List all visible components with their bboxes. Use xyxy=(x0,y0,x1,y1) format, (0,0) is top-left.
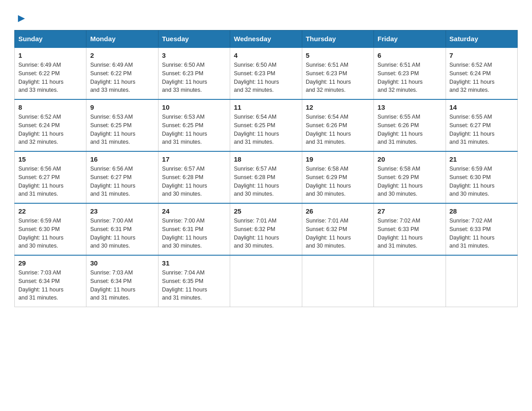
calendar-day-cell: 22 Sunrise: 6:59 AMSunset: 6:30 PMDaylig… xyxy=(15,203,86,255)
logo-blue: ► xyxy=(14,11,27,25)
calendar-day-cell: 9 Sunrise: 6:53 AMSunset: 6:25 PMDayligh… xyxy=(86,99,158,151)
calendar-day-cell: 14 Sunrise: 6:55 AMSunset: 6:27 PMDaylig… xyxy=(446,99,517,151)
day-number: 14 xyxy=(450,103,514,111)
day-info: Sunrise: 6:59 AMSunset: 6:30 PMDaylight:… xyxy=(450,166,495,197)
calendar-day-cell: 31 Sunrise: 7:04 AMSunset: 6:35 PMDaylig… xyxy=(158,255,230,307)
calendar-day-cell: 29 Sunrise: 7:03 AMSunset: 6:34 PMDaylig… xyxy=(15,255,86,307)
day-number: 23 xyxy=(90,207,154,215)
day-number: 20 xyxy=(378,155,442,163)
day-number: 27 xyxy=(378,207,442,215)
day-info: Sunrise: 6:53 AMSunset: 6:25 PMDaylight:… xyxy=(162,114,207,145)
day-info: Sunrise: 7:03 AMSunset: 6:34 PMDaylight:… xyxy=(90,270,135,301)
day-info: Sunrise: 7:01 AMSunset: 6:32 PMDaylight:… xyxy=(234,218,279,249)
day-info: Sunrise: 6:49 AMSunset: 6:22 PMDaylight:… xyxy=(18,62,64,93)
page-header: ► xyxy=(14,11,518,25)
day-info: Sunrise: 6:59 AMSunset: 6:30 PMDaylight:… xyxy=(18,218,64,249)
calendar-week-row: 29 Sunrise: 7:03 AMSunset: 6:34 PMDaylig… xyxy=(15,255,518,307)
calendar-day-cell: 28 Sunrise: 7:02 AMSunset: 6:33 PMDaylig… xyxy=(446,203,517,255)
calendar-day-cell: 26 Sunrise: 7:01 AMSunset: 6:32 PMDaylig… xyxy=(302,203,373,255)
calendar-day-cell: 16 Sunrise: 6:56 AMSunset: 6:27 PMDaylig… xyxy=(86,151,158,203)
calendar-day-cell: 12 Sunrise: 6:54 AMSunset: 6:26 PMDaylig… xyxy=(302,99,373,151)
day-number: 16 xyxy=(90,155,154,163)
day-info: Sunrise: 6:50 AMSunset: 6:23 PMDaylight:… xyxy=(162,62,207,93)
day-info: Sunrise: 6:53 AMSunset: 6:25 PMDaylight:… xyxy=(90,114,135,145)
day-number: 7 xyxy=(450,51,514,59)
weekday-header-thursday: Thursday xyxy=(302,30,373,48)
day-number: 15 xyxy=(18,155,82,163)
calendar-day-cell: 15 Sunrise: 6:56 AMSunset: 6:27 PMDaylig… xyxy=(15,151,86,203)
calendar-day-cell xyxy=(446,255,517,307)
weekday-header-row: SundayMondayTuesdayWednesdayThursdayFrid… xyxy=(15,30,518,48)
day-number: 22 xyxy=(18,207,82,215)
day-number: 11 xyxy=(234,103,298,111)
calendar-day-cell: 23 Sunrise: 7:00 AMSunset: 6:31 PMDaylig… xyxy=(86,203,158,255)
day-info: Sunrise: 7:00 AMSunset: 6:31 PMDaylight:… xyxy=(90,218,135,249)
day-number: 2 xyxy=(90,51,154,59)
calendar-day-cell: 25 Sunrise: 7:01 AMSunset: 6:32 PMDaylig… xyxy=(230,203,302,255)
calendar-day-cell: 8 Sunrise: 6:52 AMSunset: 6:24 PMDayligh… xyxy=(15,99,86,151)
day-number: 12 xyxy=(306,103,370,111)
day-info: Sunrise: 7:02 AMSunset: 6:33 PMDaylight:… xyxy=(450,218,495,249)
day-info: Sunrise: 6:58 AMSunset: 6:29 PMDaylight:… xyxy=(378,166,423,197)
calendar-day-cell: 24 Sunrise: 7:00 AMSunset: 6:31 PMDaylig… xyxy=(158,203,230,255)
calendar-day-cell: 18 Sunrise: 6:57 AMSunset: 6:28 PMDaylig… xyxy=(230,151,302,203)
calendar-day-cell: 19 Sunrise: 6:58 AMSunset: 6:29 PMDaylig… xyxy=(302,151,373,203)
day-info: Sunrise: 6:51 AMSunset: 6:23 PMDaylight:… xyxy=(306,62,351,93)
day-info: Sunrise: 7:02 AMSunset: 6:33 PMDaylight:… xyxy=(378,218,423,249)
day-info: Sunrise: 6:58 AMSunset: 6:29 PMDaylight:… xyxy=(306,166,351,197)
day-number: 24 xyxy=(162,207,226,215)
calendar-week-row: 8 Sunrise: 6:52 AMSunset: 6:24 PMDayligh… xyxy=(15,99,518,151)
day-info: Sunrise: 6:51 AMSunset: 6:23 PMDaylight:… xyxy=(378,62,423,93)
day-info: Sunrise: 7:03 AMSunset: 6:34 PMDaylight:… xyxy=(18,270,64,301)
day-number: 6 xyxy=(378,51,442,59)
day-info: Sunrise: 6:52 AMSunset: 6:24 PMDaylight:… xyxy=(450,62,495,93)
day-number: 29 xyxy=(18,259,82,267)
day-number: 8 xyxy=(18,103,82,111)
weekday-header-monday: Monday xyxy=(86,30,158,48)
day-number: 5 xyxy=(306,51,370,59)
calendar-day-cell: 27 Sunrise: 7:02 AMSunset: 6:33 PMDaylig… xyxy=(374,203,446,255)
day-info: Sunrise: 7:01 AMSunset: 6:32 PMDaylight:… xyxy=(306,218,351,249)
calendar-day-cell: 17 Sunrise: 6:57 AMSunset: 6:28 PMDaylig… xyxy=(158,151,230,203)
calendar-day-cell xyxy=(230,255,302,307)
day-number: 25 xyxy=(234,207,298,215)
calendar-table: SundayMondayTuesdayWednesdayThursdayFrid… xyxy=(14,30,518,307)
calendar-day-cell: 20 Sunrise: 6:58 AMSunset: 6:29 PMDaylig… xyxy=(374,151,446,203)
day-number: 9 xyxy=(90,103,154,111)
day-number: 4 xyxy=(234,51,298,59)
calendar-day-cell: 5 Sunrise: 6:51 AMSunset: 6:23 PMDayligh… xyxy=(302,47,373,99)
weekday-header-wednesday: Wednesday xyxy=(230,30,302,48)
day-number: 13 xyxy=(378,103,442,111)
calendar-day-cell: 4 Sunrise: 6:50 AMSunset: 6:23 PMDayligh… xyxy=(230,47,302,99)
calendar-day-cell xyxy=(302,255,373,307)
day-info: Sunrise: 7:00 AMSunset: 6:31 PMDaylight:… xyxy=(162,218,207,249)
day-info: Sunrise: 6:54 AMSunset: 6:26 PMDaylight:… xyxy=(306,114,351,145)
calendar-day-cell: 2 Sunrise: 6:49 AMSunset: 6:22 PMDayligh… xyxy=(86,47,158,99)
day-info: Sunrise: 6:50 AMSunset: 6:23 PMDaylight:… xyxy=(234,62,279,93)
calendar-week-row: 22 Sunrise: 6:59 AMSunset: 6:30 PMDaylig… xyxy=(15,203,518,255)
logo-arrow-icon: ► xyxy=(16,11,27,25)
day-info: Sunrise: 6:54 AMSunset: 6:25 PMDaylight:… xyxy=(234,114,279,145)
day-info: Sunrise: 6:57 AMSunset: 6:28 PMDaylight:… xyxy=(162,166,207,197)
calendar-day-cell: 21 Sunrise: 6:59 AMSunset: 6:30 PMDaylig… xyxy=(446,151,517,203)
day-number: 21 xyxy=(450,155,514,163)
calendar-week-row: 1 Sunrise: 6:49 AMSunset: 6:22 PMDayligh… xyxy=(15,47,518,99)
weekday-header-saturday: Saturday xyxy=(446,30,517,48)
day-info: Sunrise: 6:55 AMSunset: 6:27 PMDaylight:… xyxy=(450,114,495,145)
day-number: 10 xyxy=(162,103,226,111)
day-number: 31 xyxy=(162,259,226,267)
day-number: 28 xyxy=(450,207,514,215)
day-info: Sunrise: 6:52 AMSunset: 6:24 PMDaylight:… xyxy=(18,114,64,145)
day-number: 3 xyxy=(162,51,226,59)
calendar-day-cell: 3 Sunrise: 6:50 AMSunset: 6:23 PMDayligh… xyxy=(158,47,230,99)
day-number: 1 xyxy=(18,51,82,59)
day-info: Sunrise: 6:49 AMSunset: 6:22 PMDaylight:… xyxy=(90,62,135,93)
day-info: Sunrise: 7:04 AMSunset: 6:35 PMDaylight:… xyxy=(162,270,207,301)
calendar-day-cell xyxy=(374,255,446,307)
calendar-day-cell: 7 Sunrise: 6:52 AMSunset: 6:24 PMDayligh… xyxy=(446,47,517,99)
day-info: Sunrise: 6:56 AMSunset: 6:27 PMDaylight:… xyxy=(18,166,64,197)
day-info: Sunrise: 6:55 AMSunset: 6:26 PMDaylight:… xyxy=(378,114,423,145)
calendar-day-cell: 13 Sunrise: 6:55 AMSunset: 6:26 PMDaylig… xyxy=(374,99,446,151)
logo: ► xyxy=(14,11,27,25)
weekday-header-tuesday: Tuesday xyxy=(158,30,230,48)
